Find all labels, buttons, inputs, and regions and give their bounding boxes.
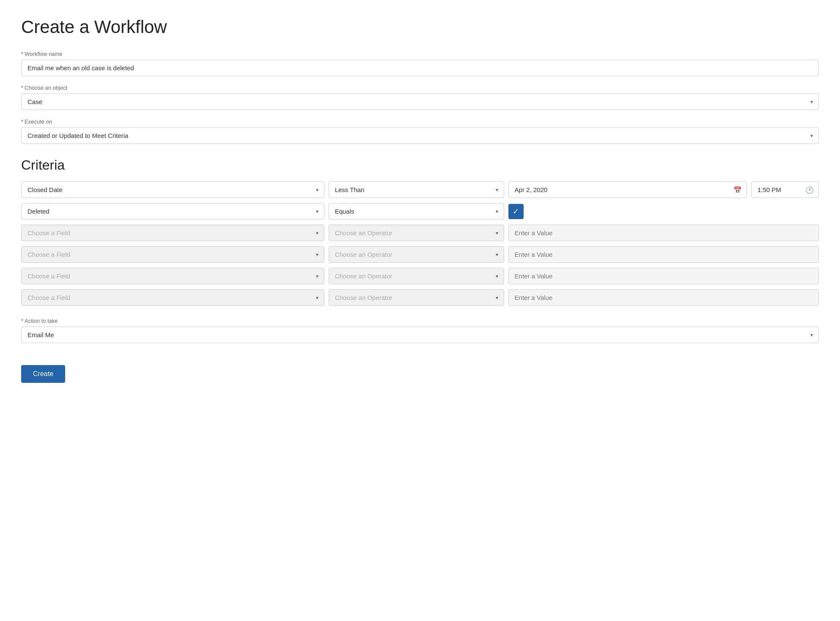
- criteria-row-3-value-input[interactable]: [508, 225, 819, 241]
- criteria-row-4-field-select[interactable]: Choose a Field: [21, 246, 324, 263]
- choose-object-select[interactable]: Case: [21, 93, 819, 110]
- page-title: Create a Workflow: [21, 17, 819, 37]
- choose-object-required-indicator: *: [21, 85, 23, 91]
- criteria-row-2-operator-wrapper: Equals ▾: [329, 203, 504, 220]
- criteria-row-1-operator-wrapper: Less Than ▾: [329, 181, 504, 198]
- criteria-row-5-value-area: [508, 268, 819, 284]
- criteria-row-1-date-wrapper: 📅: [508, 181, 747, 198]
- criteria-row-5-operator-wrapper: Choose an Operator ▾: [329, 268, 504, 284]
- criteria-row-2: Deleted ▾ Equals ▾ ✓: [21, 203, 819, 220]
- criteria-row-5-operator-select[interactable]: Choose an Operator: [329, 268, 504, 284]
- action-select[interactable]: Email Me: [21, 327, 819, 343]
- criteria-row-1-field-select[interactable]: Closed Date: [21, 181, 324, 198]
- action-section: *Action to take Email Me ▾: [21, 318, 819, 343]
- criteria-section: Criteria Closed Date ▾ Less Than ▾ 📅 🕐: [21, 157, 819, 306]
- criteria-row-4-value-area: [508, 246, 819, 263]
- criteria-row-6-operator-select[interactable]: Choose an Operator: [329, 289, 504, 306]
- criteria-row-3-operator-select[interactable]: Choose an Operator: [329, 225, 504, 241]
- criteria-row-6-operator-wrapper: Choose an Operator ▾: [329, 289, 504, 306]
- choose-object-label: *Choose an object: [21, 85, 819, 91]
- criteria-row-5-field-wrapper: Choose a Field ▾: [21, 268, 324, 284]
- criteria-row-4-field-wrapper: Choose a Field ▾: [21, 246, 324, 263]
- criteria-row-1: Closed Date ▾ Less Than ▾ 📅 🕐: [21, 181, 819, 198]
- criteria-row-3-operator-wrapper: Choose an Operator ▾: [329, 225, 504, 241]
- criteria-row-1-operator-select[interactable]: Less Than: [329, 181, 504, 198]
- execute-on-group: *Execute on Created or Updated to Meet C…: [21, 118, 819, 144]
- criteria-row-2-field-wrapper: Deleted ▾: [21, 203, 324, 220]
- criteria-title: Criteria: [21, 157, 819, 173]
- criteria-row-4-operator-wrapper: Choose an Operator ▾: [329, 246, 504, 263]
- action-label: *Action to take: [21, 318, 819, 324]
- criteria-row-3-field-wrapper: Choose a Field ▾: [21, 225, 324, 241]
- criteria-row-2-checkbox[interactable]: ✓: [508, 204, 524, 219]
- criteria-row-5: Choose a Field ▾ Choose an Operator ▾: [21, 268, 819, 284]
- criteria-row-6-field-select[interactable]: Choose a Field: [21, 289, 324, 306]
- criteria-row-1-time-input[interactable]: [751, 181, 819, 198]
- choose-object-group: *Choose an object Case ▾: [21, 85, 819, 110]
- criteria-row-6: Choose a Field ▾ Choose an Operator ▾: [21, 289, 819, 306]
- criteria-row-6-field-wrapper: Choose a Field ▾: [21, 289, 324, 306]
- criteria-row-1-value-area: 📅 🕐: [508, 181, 819, 198]
- workflow-name-input[interactable]: [21, 60, 819, 76]
- criteria-row-1-date-input[interactable]: [508, 181, 747, 198]
- criteria-row-3-field-select[interactable]: Choose a Field: [21, 225, 324, 241]
- criteria-row-3: Choose a Field ▾ Choose an Operator ▾: [21, 225, 819, 241]
- criteria-row-1-field-wrapper: Closed Date ▾: [21, 181, 324, 198]
- workflow-name-required-indicator: *: [21, 51, 23, 57]
- criteria-row-3-value-area: [508, 225, 819, 241]
- criteria-row-4: Choose a Field ▾ Choose an Operator ▾: [21, 246, 819, 263]
- criteria-row-2-field-select[interactable]: Deleted: [21, 203, 324, 220]
- create-button[interactable]: Create: [21, 365, 65, 383]
- execute-on-wrapper: Created or Updated to Meet Criteria ▾: [21, 127, 819, 144]
- execute-on-label: *Execute on: [21, 118, 819, 125]
- criteria-row-4-operator-select[interactable]: Choose an Operator: [329, 246, 504, 263]
- criteria-row-2-operator-select[interactable]: Equals: [329, 203, 504, 220]
- criteria-row-4-value-input[interactable]: [508, 246, 819, 263]
- execute-on-select[interactable]: Created or Updated to Meet Criteria: [21, 127, 819, 144]
- criteria-row-6-value-input[interactable]: [508, 289, 819, 306]
- workflow-name-group: *Workflow name: [21, 51, 819, 76]
- action-required-indicator: *: [21, 318, 23, 324]
- criteria-row-5-value-input[interactable]: [508, 268, 819, 284]
- checkmark-icon: ✓: [513, 208, 519, 215]
- action-select-wrapper: Email Me ▾: [21, 327, 819, 343]
- execute-on-required-indicator: *: [21, 118, 23, 125]
- criteria-row-6-value-area: [508, 289, 819, 306]
- criteria-row-5-field-select[interactable]: Choose a Field: [21, 268, 324, 284]
- workflow-name-label: *Workflow name: [21, 51, 819, 57]
- choose-object-wrapper: Case ▾: [21, 93, 819, 110]
- criteria-row-1-time-wrapper: 🕐: [751, 181, 819, 198]
